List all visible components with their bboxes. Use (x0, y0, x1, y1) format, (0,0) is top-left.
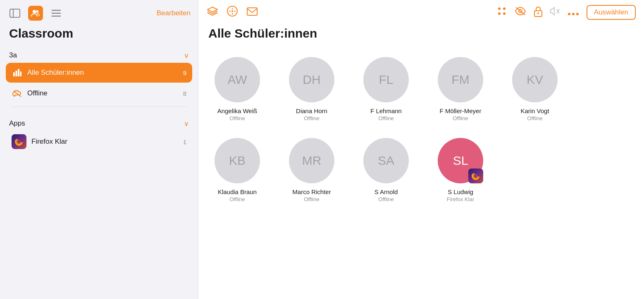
firefox-klar-app-icon (12, 134, 26, 149)
student-card-aw[interactable]: AW Angelika Weiß Offline (208, 53, 266, 126)
svg-rect-19 (247, 8, 257, 15)
bearbeiten-button[interactable]: Bearbeiten (157, 9, 191, 17)
nav-item-offline[interactable]: Offline 8 (6, 83, 192, 103)
sidebar-content: 3a ∨ Alle Schüler:innen 9 (0, 47, 198, 299)
svg-point-20 (498, 7, 501, 10)
class-section-header[interactable]: 3a ∨ (6, 47, 192, 63)
student-card-fm[interactable]: FM F Möller-Meyer Offline (432, 53, 489, 126)
student-avatar-fm: FM (438, 57, 483, 102)
student-name-dh: Diana Horn (296, 107, 327, 114)
student-avatar-dh: DH (289, 57, 334, 102)
apps-chevron-icon: ∨ (184, 120, 189, 128)
svg-point-22 (498, 12, 501, 15)
svg-rect-13 (20, 71, 22, 76)
student-name-kv: Karin Vogt (520, 107, 549, 114)
student-name-fl: F Lehmann (370, 107, 402, 114)
svg-point-27 (537, 12, 539, 14)
student-status-mr: Offline (304, 196, 319, 202)
apps-grid-icon[interactable] (496, 6, 507, 19)
student-name-mr: Marco Richter (292, 188, 331, 195)
sidebar-title: Classroom (0, 25, 198, 47)
apps-section: Apps ∨ Firefox Klar 1 (6, 115, 192, 152)
student-status-kb: Offline (229, 196, 245, 202)
main-toolbar-right: Auswählen (496, 5, 636, 20)
svg-point-21 (503, 7, 506, 10)
student-card-kb[interactable]: KB Klaudia Braun Offline (208, 134, 266, 206)
bar-chart-icon (12, 67, 23, 78)
student-avatar-kv: KV (512, 57, 558, 102)
student-name-sa: S Arnold (374, 188, 398, 195)
students-grid: AW Angelika Weiß Offline DH Diana Horn O… (198, 49, 644, 211)
svg-point-2 (33, 10, 36, 13)
student-name-aw: Angelika Weiß (217, 107, 257, 114)
sidebar-toolbar: Bearbeiten (0, 0, 198, 25)
svg-point-3 (36, 10, 39, 13)
sidebar-divider (12, 107, 186, 107)
nav-item-offline-label: Offline (27, 89, 183, 97)
svg-point-32 (576, 13, 579, 15)
student-card-kv[interactable]: KV Karin Vogt Offline (506, 53, 564, 126)
student-app-badge-sl (468, 168, 483, 183)
app-item-firefox[interactable]: Firefox Klar 1 (6, 131, 192, 152)
nav-item-alle[interactable]: Alle Schüler:innen 9 (6, 63, 192, 83)
people-icon[interactable] (28, 6, 43, 21)
svg-rect-11 (16, 71, 17, 76)
student-status-aw: Offline (229, 115, 245, 121)
main-title: Alle Schüler:innen (198, 25, 644, 49)
student-card-sa[interactable]: SA S Arnold Offline (357, 134, 415, 206)
nav-item-offline-badge: 8 (183, 90, 186, 97)
student-status-fl: Offline (378, 115, 394, 121)
student-status-sl: Firefox Klar (447, 196, 474, 202)
student-avatar-sa: SA (363, 138, 409, 183)
cloud-offline-icon (12, 88, 23, 99)
student-avatar-fl: FL (363, 57, 409, 102)
more-icon[interactable] (568, 7, 579, 18)
mute-icon[interactable] (550, 6, 560, 19)
student-avatar-aw: AW (215, 57, 260, 102)
main-toolbar-left (207, 5, 258, 19)
student-card-sl[interactable]: SL S Ludwig Firefox Klar (432, 134, 489, 206)
student-name-sl: S Ludwig (448, 188, 473, 195)
svg-rect-0 (10, 9, 20, 17)
auswahlen-button[interactable]: Auswählen (587, 5, 636, 20)
nav-item-alle-label: Alle Schüler:innen (27, 69, 183, 77)
student-status-sa: Offline (378, 196, 394, 202)
app-item-firefox-label: Firefox Klar (31, 138, 183, 146)
svg-point-31 (572, 13, 575, 15)
main-toolbar: Auswählen (198, 0, 644, 25)
svg-point-23 (503, 12, 506, 15)
mail-icon[interactable] (246, 5, 258, 19)
compass-icon[interactable] (227, 5, 238, 19)
svg-point-30 (568, 13, 570, 15)
svg-point-33 (475, 175, 477, 177)
class-chevron-icon: ∨ (184, 52, 189, 59)
svg-point-18 (231, 10, 233, 12)
sidebar-toggle-icon[interactable] (7, 6, 22, 21)
student-name-fm: F Möller-Meyer (440, 107, 482, 114)
main-content: Auswählen Alle Schüler:innen AW Angelika… (198, 0, 644, 299)
apps-section-label: Apps (9, 119, 25, 128)
student-status-kv: Offline (527, 115, 542, 121)
student-avatar-sl: SL (438, 138, 483, 183)
student-status-fm: Offline (453, 115, 468, 121)
svg-point-16 (18, 140, 20, 143)
nav-item-alle-badge: 9 (183, 69, 186, 76)
apps-section-header[interactable]: Apps ∨ (6, 115, 192, 131)
class-section-label: 3a (9, 51, 17, 59)
svg-rect-10 (13, 72, 15, 76)
student-status-dh: Offline (304, 115, 319, 121)
eye-slash-icon[interactable] (515, 7, 526, 18)
app-item-firefox-badge: 1 (183, 138, 186, 145)
student-card-mr[interactable]: MR Marco Richter Offline (283, 134, 341, 206)
list-icon[interactable] (49, 6, 64, 21)
student-avatar-mr: MR (289, 138, 334, 183)
student-card-fl[interactable]: FL F Lehmann Offline (357, 53, 415, 126)
student-name-kb: Klaudia Braun (218, 188, 257, 195)
student-card-dh[interactable]: DH Diana Horn Offline (283, 53, 341, 126)
svg-rect-12 (18, 69, 19, 76)
lock-icon[interactable] (534, 5, 543, 19)
layers-icon[interactable] (207, 5, 218, 19)
sidebar: Bearbeiten Classroom 3a ∨ Alle Schüler:i… (0, 0, 198, 299)
student-avatar-kb: KB (215, 138, 260, 183)
